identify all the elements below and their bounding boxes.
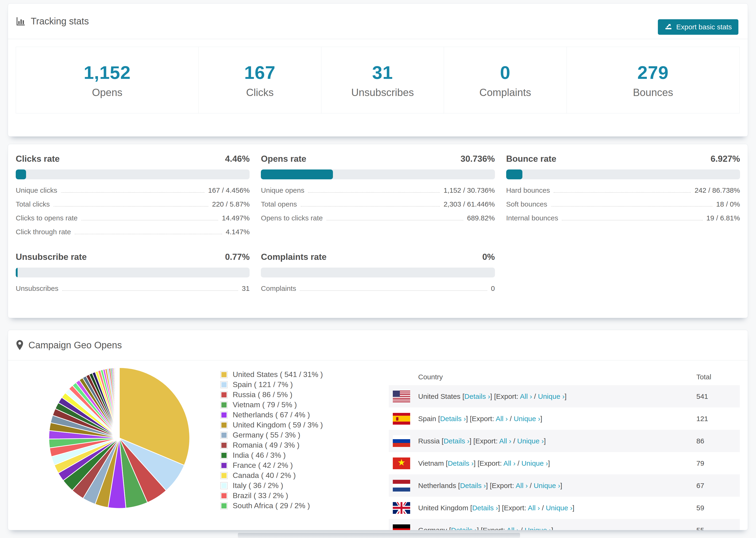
export-all-link[interactable]: All › [503,459,515,467]
stat-label: Bounces [633,86,673,98]
stat-box: 279 Bounces [567,47,739,113]
export-all-link[interactable]: All › [496,415,508,422]
details-link[interactable]: Details › [440,415,466,422]
pie-slice-other-36 [119,368,119,438]
legend-swatch [220,462,228,469]
rate-list-row: Clicks to opens rate14.497% [16,214,249,228]
legend-item: South Africa ( 29 / 2% ) [220,501,323,511]
bar-chart-icon [16,16,26,26]
stat-value: 167 [244,62,275,83]
rate-list-row: Total clicks220 / 5.87% [16,200,249,214]
export-all-link[interactable]: All › [515,482,528,489]
dotted-leader [54,206,208,207]
country-total: 541 [696,393,708,401]
dotted-leader [75,234,222,234]
export-unique-link[interactable]: Unique › [546,504,572,512]
dotted-leader [62,290,238,291]
stat-value: 279 [637,62,669,83]
legend-swatch [220,432,228,439]
details-link[interactable]: Details › [444,437,469,445]
table-header: Country Total [389,369,740,385]
unsubscribe-rate-block: Unsubscribe rate0.77% Unsubscribes31 [16,252,249,298]
legend-swatch [220,402,228,408]
campaign-geo-opens-card: Campaign Geo Opens United States ( 541 /… [8,330,748,530]
details-link[interactable]: Details › [451,526,477,530]
export-all-link[interactable]: All › [520,393,532,400]
details-link[interactable]: Details › [472,504,498,512]
progressbar-fill [506,170,522,179]
legend-item: India ( 46 / 3% ) [220,450,323,460]
rate-row-label: Click through rate [16,228,71,236]
geo-country-table: Country Total United States [Details ›] … [389,369,740,530]
rate-row-value: 19 / 6.81% [706,214,740,222]
rate-row-value: 2,303 / 61.446% [444,200,495,208]
details-link[interactable]: Details › [460,482,486,489]
map-pin-icon [16,340,24,350]
rates-card: Clicks rate4.46% Unique clicks167 / 4.45… [8,144,748,318]
export-unique-link[interactable]: Unique › [538,393,565,400]
export-all-link[interactable]: All › [528,504,540,512]
legend-swatch [220,411,228,418]
rate-row-value: 242 / 86.738% [694,187,740,194]
country-name: Russia [418,437,440,445]
rate-list-row: Complaints0 [261,285,495,298]
country-total: 121 [696,415,708,423]
export-all-link[interactable]: All › [499,437,512,445]
column-header-total: Total [696,373,711,381]
export-unique-link[interactable]: Unique › [525,526,551,530]
legend-label: India ( 46 / 3% ) [233,451,286,459]
country-total: 67 [696,482,704,490]
rates-grid: Clicks rate4.46% Unique clicks167 / 4.45… [16,144,740,298]
legend-item: Italy ( 36 / 2% ) [220,480,323,491]
stat-label: Unsubscribes [351,86,414,98]
rate-list-row: Unsubscribes31 [16,285,249,298]
details-link[interactable]: Details › [448,459,473,467]
legend-swatch [220,502,228,510]
column-header-country: Country [418,373,443,381]
table-row: United Kingdom [Details ›] [Export: All … [389,497,740,519]
card-title-text: Tracking stats [31,16,89,27]
country-total: 79 [696,459,704,467]
table-row: United States [Details ›] [Export: All ›… [389,385,740,407]
export-basic-stats-button[interactable]: Export basic stats [658,19,738,35]
export-unique-link[interactable]: Unique › [517,437,544,445]
country-flag [393,502,410,514]
legend-label: United States ( 541 / 31% ) [233,370,323,379]
country-name: United Kingdom [418,504,468,512]
export-unique-link[interactable]: Unique › [521,459,548,467]
rate-row-label: Total opens [261,200,297,208]
table-row: Netherlands [Details ›] [Export: All › /… [389,474,740,497]
card-title-text: Campaign Geo Opens [28,340,122,350]
country-name: United States [418,393,460,400]
legend-swatch [220,442,228,449]
dotted-leader [551,206,712,207]
details-link[interactable]: Details › [464,393,490,400]
stat-label: Complaints [479,86,531,98]
bounce-rate-list: Hard bounces242 / 86.738% Soft bounces18… [506,187,740,228]
export-all-link[interactable]: All › [507,526,519,530]
rate-row-label: Unique opens [261,187,304,194]
dotted-leader [61,192,204,193]
legend-item: Spain ( 121 / 7% ) [220,380,323,390]
rate-row-label: Soft bounces [506,200,547,208]
stat-box: 167 Clicks [198,47,321,113]
dotted-leader [327,220,463,220]
table-row: Vietnam [Details ›] [Export: All › / Uni… [389,452,740,474]
export-unique-link[interactable]: Unique › [514,415,540,422]
export-unique-link[interactable]: Unique › [534,482,560,489]
background-strip [238,533,520,538]
clicks-rate-block: Clicks rate4.46% Unique clicks167 / 4.45… [16,154,249,242]
rate-row-value: 18 / 0% [716,200,740,208]
rate-title: Complaints rate [261,252,327,262]
rate-value: 0% [482,252,495,262]
bounce-rate-progressbar [506,170,740,179]
legend-label: United Kingdom ( 59 / 3% ) [233,421,323,429]
rate-value: 0.77% [225,252,249,262]
rate-row-value: 14.497% [222,214,249,222]
rate-value: 4.46% [225,154,249,164]
country-flag [393,480,410,492]
complaints-rate-list: Complaints0 [261,285,495,298]
dotted-leader [554,192,691,193]
rate-row-value: 689.82% [467,214,495,222]
stat-label: Clicks [246,86,274,98]
